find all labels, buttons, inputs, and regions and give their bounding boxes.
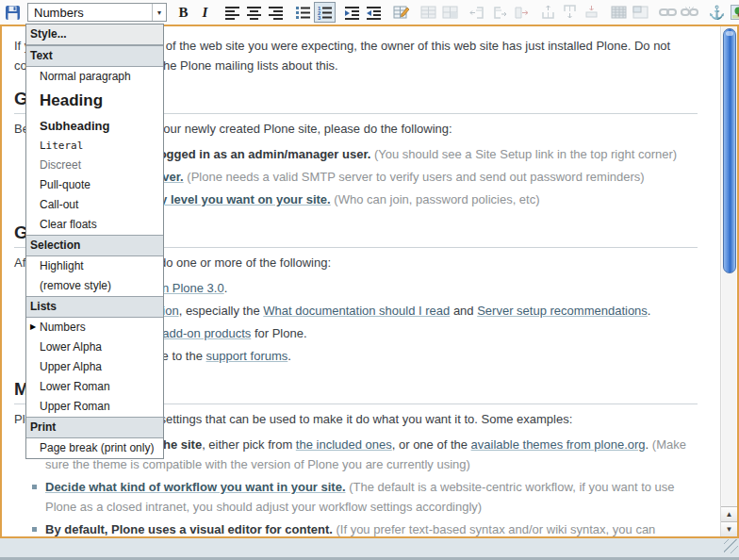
- link-icon: [659, 7, 677, 18]
- bulleted-list-button[interactable]: [292, 2, 314, 23]
- included-themes-link[interactable]: the included ones: [296, 437, 392, 452]
- italic-icon: I: [203, 5, 208, 21]
- menu-item-page-break[interactable]: Page break (print only): [26, 438, 163, 458]
- text-run: for Plone.: [251, 326, 306, 340]
- list-item: Decide what kind of workflow you want in…: [14, 477, 698, 517]
- edit-table-button[interactable]: [390, 2, 412, 23]
- text-run: and: [450, 304, 477, 318]
- indent-button[interactable]: [363, 2, 385, 23]
- align-right-icon: [268, 6, 284, 20]
- anchor-icon: ⚓: [709, 6, 725, 19]
- support-forums-link[interactable]: support forums: [206, 349, 288, 363]
- scrollbar-track[interactable]: [722, 26, 736, 506]
- menu-item-literal[interactable]: Literal: [26, 137, 163, 156]
- plone-org-themes-link[interactable]: available themes from plone.org: [471, 437, 646, 452]
- menu-header-print: Print: [26, 417, 163, 438]
- vertical-scrollbar[interactable]: ▲ ▼: [720, 26, 737, 536]
- menu-item-subheading[interactable]: Subheading: [26, 116, 163, 137]
- text-run: .: [648, 304, 651, 318]
- add-row-after-button[interactable]: [559, 2, 581, 23]
- menu-item-label: Numbers: [40, 321, 86, 334]
- text-run: , either pick from: [202, 437, 296, 452]
- unlink-button[interactable]: [679, 2, 700, 23]
- indent-icon: [366, 6, 382, 20]
- text-run: , especially the: [179, 304, 264, 318]
- style-combobox[interactable]: Numbers ▾: [27, 3, 167, 22]
- align-center-icon: [246, 6, 262, 20]
- numbered-list-icon: 123: [317, 6, 333, 20]
- table-cell-button[interactable]: [630, 2, 651, 23]
- bold-button[interactable]: B: [172, 2, 194, 23]
- menu-title-style: Style...: [26, 25, 163, 45]
- save-icon: [5, 5, 21, 21]
- delete-column-icon: [513, 6, 530, 20]
- add-table-button[interactable]: [418, 2, 439, 23]
- delete-table-icon: [442, 6, 459, 20]
- delete-row-icon: [583, 5, 600, 20]
- scroll-down-button[interactable]: ▼: [721, 521, 737, 536]
- text-run: .: [287, 349, 291, 363]
- style-combobox-value: Numbers: [28, 6, 152, 20]
- style-dropdown-menu: Style... Text Normal paragraph Heading S…: [25, 24, 164, 459]
- menu-item-remove-style[interactable]: (remove style): [26, 276, 163, 296]
- add-row-before-icon: [540, 5, 557, 20]
- numbered-list-button[interactable]: 123: [314, 2, 336, 23]
- menu-item-highlight[interactable]: Highlight: [26, 256, 163, 276]
- add-row-after-icon: [562, 5, 579, 20]
- delete-column-button[interactable]: [510, 2, 532, 23]
- item-lead: By default, Plone uses a visual editor f…: [45, 522, 333, 536]
- outdent-icon: [344, 6, 360, 20]
- link-button[interactable]: [657, 2, 679, 23]
- text-run: .: [224, 281, 228, 295]
- resize-grip-icon[interactable]: [724, 539, 738, 553]
- workflow-link[interactable]: Decide what kind of workflow you want in…: [45, 480, 346, 494]
- menu-item-upper-roman[interactable]: Upper Roman: [26, 397, 163, 417]
- add-column-after-button[interactable]: [488, 2, 510, 23]
- align-center-button[interactable]: [243, 2, 265, 23]
- scrollbar-thumb[interactable]: [723, 28, 736, 273]
- item-note: (You should see a Site Setup link in the…: [374, 147, 677, 161]
- menu-header-text: Text: [26, 45, 163, 67]
- align-right-button[interactable]: [265, 2, 287, 23]
- list-item: By default, Plone uses a visual editor f…: [14, 519, 698, 536]
- add-column-before-button[interactable]: [467, 2, 488, 23]
- menu-item-normal-paragraph[interactable]: Normal paragraph: [26, 67, 163, 87]
- chevron-down-icon[interactable]: ▾: [152, 4, 166, 21]
- text-run: , or one of the: [392, 437, 471, 452]
- svg-text:3: 3: [318, 15, 321, 20]
- scroll-up-button[interactable]: ▲: [721, 506, 737, 521]
- anchor-button[interactable]: ⚓: [706, 2, 728, 23]
- editor-toolbar: Numbers ▾ B I: [0, 0, 739, 25]
- table-grid-button[interactable]: [608, 2, 630, 23]
- server-setup-link[interactable]: Server setup recommendations: [477, 304, 648, 318]
- menu-header-selection: Selection: [26, 235, 163, 256]
- edit-table-icon: [393, 5, 410, 21]
- menu-item-discreet[interactable]: Discreet: [26, 156, 163, 175]
- menu-item-pull-quote[interactable]: Pull-quote: [26, 175, 163, 195]
- image-icon: [731, 5, 739, 20]
- delete-table-button[interactable]: [439, 2, 461, 23]
- unlink-icon: [681, 6, 698, 19]
- menu-item-heading[interactable]: Heading: [26, 87, 163, 116]
- outdent-button[interactable]: [341, 2, 363, 23]
- italic-button[interactable]: I: [194, 2, 216, 23]
- status-bar: [0, 538, 739, 560]
- item-note: (Plone needs a valid SMTP server to veri…: [187, 170, 644, 184]
- save-button[interactable]: [2, 2, 24, 23]
- menu-header-lists: Lists: [26, 296, 163, 318]
- scrollbar-buttons: ▲ ▼: [721, 506, 737, 536]
- align-left-button[interactable]: [222, 2, 243, 23]
- align-left-icon: [224, 6, 240, 20]
- menu-item-lower-alpha[interactable]: Lower Alpha: [26, 338, 163, 357]
- menu-item-clear-floats[interactable]: Clear floats: [26, 215, 163, 235]
- delete-row-button[interactable]: [581, 2, 602, 23]
- menu-item-lower-roman[interactable]: Lower Roman: [26, 377, 163, 397]
- menu-item-upper-alpha[interactable]: Upper Alpha: [26, 357, 163, 377]
- menu-item-call-out[interactable]: Call-out: [26, 195, 163, 215]
- add-row-before-button[interactable]: [537, 2, 559, 23]
- kupu-editor-window: Numbers ▾ B I: [0, 0, 739, 560]
- item-note: (Who can join, password policies, etc): [334, 192, 539, 206]
- image-button[interactable]: [728, 2, 739, 23]
- what-docs-link[interactable]: What documentation should I read: [263, 304, 450, 318]
- menu-item-numbers[interactable]: ▶ Numbers: [26, 318, 163, 338]
